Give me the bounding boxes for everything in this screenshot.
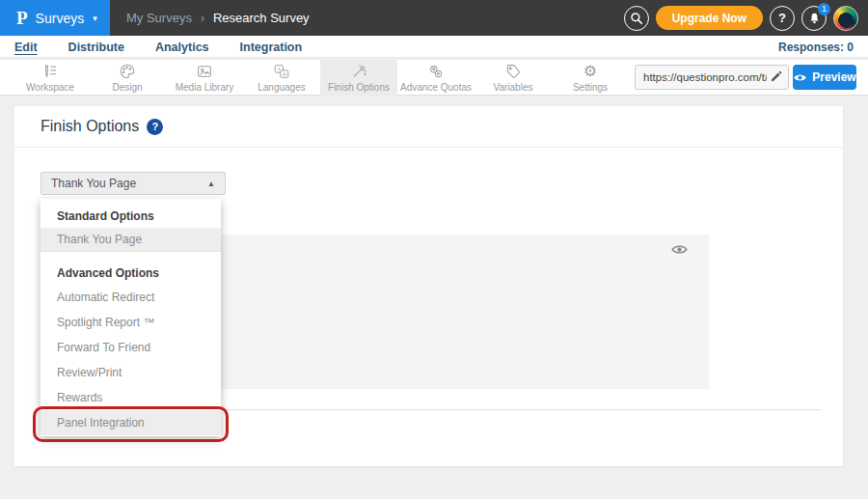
toolbar-tab-advance-quotas[interactable]: Advance Quotas xyxy=(397,60,475,96)
responses-count[interactable]: Responses: 0 xyxy=(778,36,854,58)
preview-eye-icon[interactable] xyxy=(671,243,688,256)
page: P Surveys ▾ My Surveys › Research Survey… xyxy=(0,0,868,499)
user-avatar[interactable] xyxy=(833,6,858,31)
nav-tab-edit[interactable]: Edit xyxy=(14,41,38,54)
nav-tab-integration[interactable]: Integration xyxy=(240,41,303,54)
tag-icon xyxy=(503,64,523,80)
notification-count-badge: 1 xyxy=(818,3,830,15)
toolbar-tab-variables[interactable]: Variables xyxy=(475,60,552,96)
nav-tab-analytics[interactable]: Analytics xyxy=(155,41,209,54)
menu-item-rewards[interactable]: Rewards xyxy=(41,385,221,410)
breadcrumb-current-survey: Research Survey xyxy=(213,11,310,25)
selected-option-label: Thank You Page xyxy=(51,177,207,190)
workspace-icon xyxy=(41,64,60,80)
upgrade-now-button[interactable]: Upgrade Now xyxy=(656,6,763,30)
title-help-icon[interactable]: ? xyxy=(147,119,163,135)
nav-tab-distribute[interactable]: Distribute xyxy=(68,41,124,54)
toolbar-tab-media-library[interactable]: Media Library xyxy=(166,60,243,96)
finish-options-menu: Standard Options Thank You Page Advanced… xyxy=(41,199,221,436)
edit-url-icon[interactable] xyxy=(770,70,782,83)
notifications-button[interactable]: 1 xyxy=(801,6,827,31)
svg-text:x: x xyxy=(278,66,281,71)
image-icon xyxy=(195,64,214,80)
menu-item-thank-you-page[interactable]: Thank You Page xyxy=(41,228,221,252)
top-header-bar: P Surveys ▾ My Surveys › Research Survey… xyxy=(0,0,868,36)
chain-links-icon xyxy=(426,64,446,80)
toolbar-tab-finish-options[interactable]: Finish Options xyxy=(320,60,397,96)
eye-icon xyxy=(793,72,807,83)
toolbar-tab-design[interactable]: Design xyxy=(89,60,166,96)
finish-options-select[interactable]: Thank You Page ▲ xyxy=(41,172,226,195)
survey-nav: Edit Distribute Analytics Integration Re… xyxy=(0,36,868,58)
search-button[interactable] xyxy=(624,6,649,31)
edit-toolbar: Workspace Design Media Library xA Langua… xyxy=(0,59,868,96)
breadcrumb: My Surveys › Research Survey xyxy=(126,0,310,36)
breadcrumb-separator: › xyxy=(201,12,204,25)
survey-nav-links: Edit Distribute Analytics Integration xyxy=(14,36,302,58)
gear-icon: ⚙ xyxy=(583,64,597,80)
product-name: Surveys xyxy=(36,11,85,26)
search-icon xyxy=(630,12,643,25)
preview-button[interactable]: Preview xyxy=(793,65,856,90)
toolbar-tab-settings[interactable]: ⚙ Settings xyxy=(552,60,629,96)
menu-header-standard-options: Standard Options xyxy=(41,205,221,228)
breadcrumb-my-surveys[interactable]: My Surveys xyxy=(126,11,192,25)
menu-item-spotlight-report[interactable]: Spotlight Report ™ xyxy=(41,310,221,335)
toolbar-tab-workspace[interactable]: Workspace xyxy=(12,60,89,96)
help-button[interactable]: ? xyxy=(770,6,795,31)
survey-url-input[interactable] xyxy=(643,71,767,83)
toolbar-tabs: Workspace Design Media Library xA Langua… xyxy=(12,60,629,96)
menu-item-review-print[interactable]: Review/Print xyxy=(41,360,221,385)
menu-item-automatic-redirect[interactable]: Automatic Redirect xyxy=(41,285,221,310)
page-title: Finish Options xyxy=(41,118,139,135)
header-actions: Upgrade Now ? 1 xyxy=(624,0,858,36)
card-title-row: Finish Options ? xyxy=(14,106,843,148)
magic-wand-icon xyxy=(349,64,368,80)
palette-icon xyxy=(118,64,137,80)
toolbar-tab-languages[interactable]: xA Languages xyxy=(243,60,320,96)
menu-spacer xyxy=(41,252,221,262)
chevron-down-icon: ▾ xyxy=(93,14,97,23)
chevron-up-icon: ▲ xyxy=(207,180,215,188)
finish-options-card: Finish Options ? Thank You Page ▲ Standa… xyxy=(14,106,843,466)
question-mark-icon: ? xyxy=(778,11,786,25)
menu-header-advanced-options: Advanced Options xyxy=(41,262,221,285)
translate-icon: xA xyxy=(272,64,291,80)
svg-text:A: A xyxy=(283,71,286,77)
questionpro-logo: P xyxy=(16,8,28,29)
survey-url-field xyxy=(635,65,789,90)
product-switcher[interactable]: P Surveys ▾ xyxy=(0,0,110,36)
menu-item-panel-integration[interactable]: Panel Integration xyxy=(41,410,221,435)
menu-item-forward-to-friend[interactable]: Forward To Friend xyxy=(41,335,221,360)
